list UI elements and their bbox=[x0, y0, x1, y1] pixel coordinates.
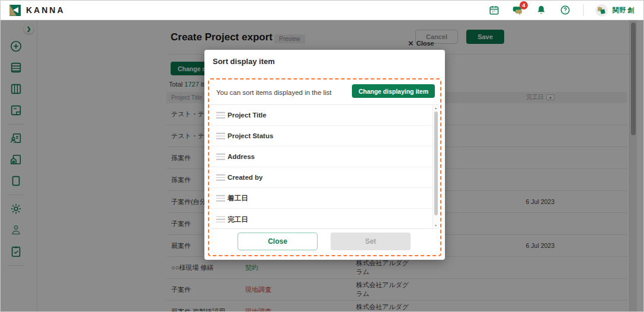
avatar bbox=[595, 4, 608, 17]
brand-name: KANNA bbox=[26, 5, 65, 15]
sort-item-label: Project Title bbox=[228, 112, 267, 119]
sort-item-label: Created by bbox=[228, 174, 262, 181]
sort-list-item[interactable]: Address bbox=[211, 147, 438, 167]
sort-list: Project TitleProject StatusAddressCreate… bbox=[211, 104, 438, 229]
sort-item-label: Project Status bbox=[228, 132, 273, 139]
modal-close-label: Close bbox=[416, 40, 434, 47]
modal-close-button[interactable]: × Close bbox=[408, 39, 434, 47]
list-scrollbar-thumb[interactable] bbox=[434, 112, 438, 215]
sort-item-label: Address bbox=[228, 153, 255, 160]
modal-hint-text: You can sort items displayed in the list bbox=[216, 89, 332, 96]
drag-handle-icon[interactable] bbox=[216, 154, 225, 160]
notification-badge: 4 bbox=[520, 1, 528, 9]
drag-handle-icon[interactable] bbox=[216, 133, 225, 139]
drag-handle-icon[interactable] bbox=[216, 174, 225, 181]
modal-dashed-frame: You can sort items displayed in the list… bbox=[208, 78, 441, 256]
topbar-separator bbox=[583, 4, 584, 16]
sort-list-item[interactable]: 着工日 bbox=[211, 188, 438, 209]
scroll-down-icon[interactable]: ▼ bbox=[433, 224, 438, 227]
user-name: 関野 創 bbox=[613, 6, 634, 15]
modal-footer-close-button[interactable]: Close bbox=[238, 233, 318, 250]
sort-display-item-modal: Sort display item You can sort items dis… bbox=[204, 50, 445, 260]
close-x-icon: × bbox=[408, 39, 414, 47]
list-scrollbar[interactable]: ▲ ▼ bbox=[432, 105, 438, 228]
sort-list-item[interactable]: Project Status bbox=[211, 126, 438, 147]
chat-icon[interactable]: 4 bbox=[512, 4, 524, 16]
sort-list-item[interactable]: 完工日 bbox=[211, 209, 438, 229]
bell-icon[interactable] bbox=[536, 4, 547, 16]
drag-handle-icon[interactable] bbox=[216, 216, 225, 222]
kanna-logo[interactable]: KANNA bbox=[1, 5, 65, 16]
sort-item-label: 完工日 bbox=[228, 215, 248, 224]
drag-handle-icon[interactable] bbox=[216, 195, 225, 202]
top-bar: KANNA 4 bbox=[1, 1, 643, 20]
calendar-icon[interactable] bbox=[488, 4, 500, 16]
drag-handle-icon[interactable] bbox=[216, 112, 225, 119]
sort-list-item[interactable]: Created by bbox=[211, 167, 438, 188]
sort-list-item[interactable]: Project Title bbox=[211, 105, 438, 126]
change-displaying-item-button-modal[interactable]: Change displaying item bbox=[352, 84, 435, 98]
sort-item-label: 着工日 bbox=[228, 194, 248, 203]
user-menu[interactable]: 関野 創 bbox=[595, 4, 634, 17]
scroll-up-icon[interactable]: ▲ bbox=[433, 106, 438, 110]
modal-title: Sort display item bbox=[213, 57, 275, 66]
kanna-logo-icon bbox=[9, 5, 21, 16]
modal-footer-set-button[interactable]: Set bbox=[331, 233, 411, 250]
help-icon[interactable] bbox=[559, 4, 571, 16]
